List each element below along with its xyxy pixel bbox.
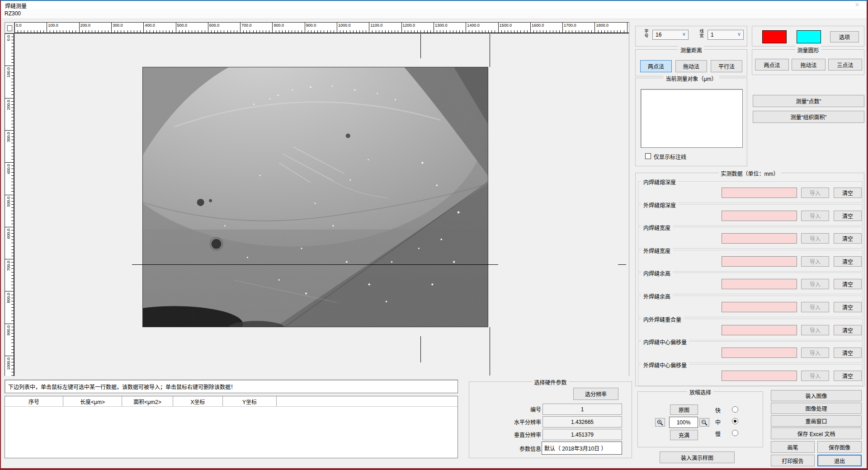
import-button[interactable]: 导入: [801, 325, 829, 335]
measure-points-button[interactable]: 测量“点数”: [753, 95, 864, 107]
vertical-ruler: 0.0100.0200.0300.0400.0500.0600.0700.080…: [5, 33, 14, 376]
chevron-down-icon: ∨: [737, 31, 741, 37]
measured-value-field[interactable]: [722, 371, 797, 381]
results-table[interactable]: 序号长度<μm>面积<μm2>X坐标Y坐标: [5, 396, 458, 458]
font-line-group: 字号 线宽 16 ∨ 1 ∨: [635, 26, 747, 47]
speed-radio[interactable]: [732, 418, 738, 424]
import-button[interactable]: 导入: [801, 188, 829, 198]
clear-button[interactable]: 清空: [834, 348, 862, 358]
import-button[interactable]: 导入: [801, 348, 829, 358]
circle-drag-button[interactable]: 拖动法: [792, 59, 826, 70]
color-options-group: 选项: [752, 26, 864, 47]
clear-button[interactable]: 清空: [834, 233, 862, 244]
only-show-lines-checkbox[interactable]: [645, 153, 651, 159]
print-report-button[interactable]: 打印报告: [771, 455, 815, 466]
measured-row-label: 外焊缝余高: [641, 292, 673, 300]
image-process-button[interactable]: 图像处理: [771, 403, 862, 414]
measured-row: 外焊缝余高导入清空: [638, 296, 863, 317]
measure-tissue-area-button[interactable]: 测量“组织面积”: [753, 111, 864, 123]
speed-radio[interactable]: [732, 430, 738, 436]
measured-value-field[interactable]: [722, 188, 797, 198]
line-width-combobox[interactable]: 1 ∨: [708, 30, 744, 40]
measured-row-label: 外焊缝宽度: [641, 247, 673, 254]
speed-radio[interactable]: [732, 406, 738, 413]
close-icon[interactable]: ✕: [851, 1, 863, 9]
clear-button[interactable]: 清空: [834, 279, 862, 289]
clear-button[interactable]: 清空: [834, 188, 862, 198]
guide-line-vertical-top: [420, 34, 421, 58]
measured-row-label: 内焊缝中心偏移量: [641, 338, 689, 346]
measured-value-field[interactable]: [722, 211, 797, 221]
guide-line-horizontal-tick: [618, 264, 626, 265]
select-resolution-button[interactable]: 选分辨率: [573, 388, 618, 400]
distance-parallel-button[interactable]: 平行法: [711, 60, 742, 72]
font-size-label: 字号: [644, 29, 649, 38]
param-info-label: 参数信息: [481, 445, 541, 452]
import-button[interactable]: 导入: [801, 233, 829, 244]
measured-row-label: 外焊缝熔深度: [641, 201, 678, 209]
only-show-lines-label: 仅显示标注线: [654, 153, 686, 160]
hardware-field-value[interactable]: 1.451379: [542, 429, 622, 440]
distance-drag-button[interactable]: 拖动法: [675, 60, 707, 72]
measured-row: 内焊缝中心偏移量导入清空: [638, 341, 863, 363]
measured-value-field[interactable]: [722, 256, 797, 267]
guide-line-vertical-bottom: [420, 336, 421, 362]
redraw-window-button[interactable]: 重画窗口: [771, 415, 862, 427]
zoom-percent-field[interactable]: 100%: [669, 417, 698, 428]
import-button[interactable]: 导入: [801, 371, 829, 381]
load-demo-image-button[interactable]: 装入演示样图: [660, 451, 735, 463]
import-button[interactable]: 导入: [801, 302, 829, 312]
measured-row-label: 内焊缝宽度: [641, 224, 673, 231]
weld-specimen-image[interactable]: [142, 67, 488, 327]
save-excel-button[interactable]: 保存 Excel 文档: [771, 428, 862, 439]
exit-button[interactable]: 退出: [817, 455, 862, 466]
distance-two-point-button[interactable]: 两点法: [640, 60, 672, 72]
options-button[interactable]: 选项: [830, 31, 859, 42]
load-image-button[interactable]: 装入图像: [771, 390, 862, 401]
original-size-button[interactable]: 原图: [670, 404, 698, 415]
param-info-field[interactable]: 默认（ 2018年3月10日 ）: [542, 442, 622, 455]
measured-value-field[interactable]: [722, 279, 797, 289]
circle-two-point-button[interactable]: 两点法: [755, 59, 789, 70]
clear-button[interactable]: 清空: [834, 211, 862, 221]
save-image-button[interactable]: 保存图像: [817, 441, 862, 453]
results-table-header: 序号长度<μm>面积<μm2>X坐标Y坐标: [5, 396, 458, 407]
measured-row-label: 外焊缝中心偏移量: [641, 361, 689, 369]
hardware-params-title: 选择硬件参数: [532, 378, 569, 386]
pen-button[interactable]: 画笔: [771, 441, 815, 453]
import-button[interactable]: 导入: [801, 279, 829, 289]
font-size-combobox[interactable]: 16 ∨: [652, 30, 689, 40]
guide-line-vertical-right-top: [490, 34, 490, 67]
column-header: X坐标: [173, 396, 223, 406]
pen-color-swatch[interactable]: [762, 30, 787, 43]
import-button[interactable]: 导入: [801, 211, 829, 221]
measured-row: 外焊缝熔深度导入清空: [638, 204, 863, 226]
menu-bar: RZ300: [1, 9, 867, 19]
measured-value-field[interactable]: [722, 302, 797, 312]
zoom-out-icon[interactable]: [699, 418, 709, 427]
measured-row: 外焊缝中心偏移量导入清空: [638, 364, 863, 386]
hardware-field-value[interactable]: 1.432665: [542, 416, 622, 428]
zoom-in-icon[interactable]: [655, 418, 665, 427]
column-header: 序号: [5, 396, 63, 406]
import-button[interactable]: 导入: [801, 256, 829, 267]
menu-item-rz300[interactable]: RZ300: [5, 10, 21, 17]
circle-three-point-button[interactable]: 三点法: [828, 59, 862, 70]
measured-row: 外焊缝宽度导入清空: [638, 250, 863, 272]
measured-value-field[interactable]: [722, 233, 797, 244]
fit-button[interactable]: 充满: [670, 430, 698, 440]
measured-row: 内外焊缝重合量导入清空: [638, 319, 863, 340]
hardware-field-value[interactable]: 1: [542, 404, 622, 415]
fill-color-swatch[interactable]: [797, 30, 821, 43]
current-object-listbox[interactable]: [641, 89, 743, 148]
measured-value-field[interactable]: [722, 325, 797, 335]
measured-value-field[interactable]: [722, 348, 797, 358]
column-header: Y坐标: [223, 396, 277, 406]
line-width-label: 线宽: [699, 29, 704, 38]
speed-option-label: 快: [715, 406, 721, 414]
clear-button[interactable]: 清空: [834, 302, 862, 312]
measured-row-label: 内焊缝余高: [641, 269, 673, 277]
clear-button[interactable]: 清空: [834, 371, 862, 381]
clear-button[interactable]: 清空: [834, 256, 862, 267]
clear-button[interactable]: 清空: [834, 325, 862, 335]
